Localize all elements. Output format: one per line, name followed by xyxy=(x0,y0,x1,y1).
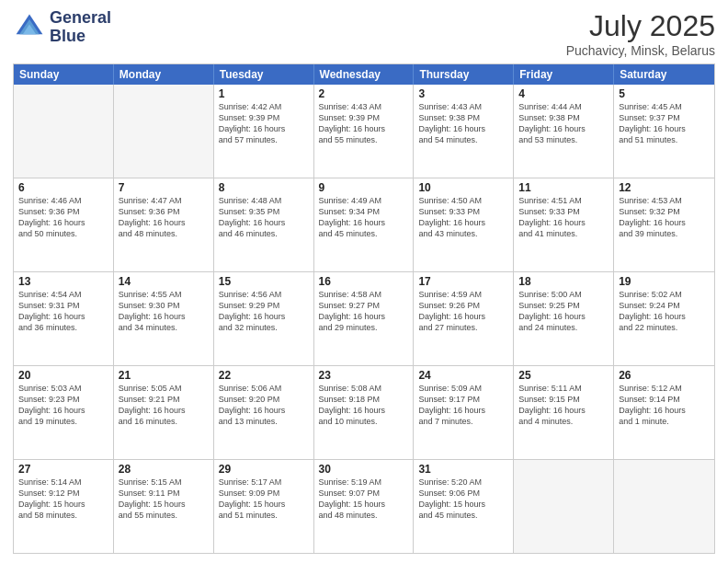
day-number: 16 xyxy=(319,275,409,288)
day-cell-11: 11Sunrise: 4:51 AM Sunset: 9:33 PM Dayli… xyxy=(514,178,614,271)
day-cell-10: 10Sunrise: 4:50 AM Sunset: 9:33 PM Dayli… xyxy=(414,178,514,271)
day-info: Sunrise: 4:43 AM Sunset: 9:39 PM Dayligh… xyxy=(319,101,409,146)
day-cell-5: 5Sunrise: 4:45 AM Sunset: 9:37 PM Daylig… xyxy=(614,85,714,178)
location: Puchavicy, Minsk, Belarus xyxy=(566,43,715,58)
day-info: Sunrise: 5:19 AM Sunset: 9:07 PM Dayligh… xyxy=(319,477,409,522)
day-number: 28 xyxy=(119,463,209,476)
day-number: 22 xyxy=(219,369,309,382)
day-number: 3 xyxy=(418,87,508,100)
day-info: Sunrise: 5:08 AM Sunset: 9:18 PM Dayligh… xyxy=(319,383,409,428)
day-cell-30: 30Sunrise: 5:19 AM Sunset: 9:07 PM Dayli… xyxy=(314,460,415,553)
day-cell-15: 15Sunrise: 4:56 AM Sunset: 9:29 PM Dayli… xyxy=(214,272,314,365)
day-cell-27: 27Sunrise: 5:14 AM Sunset: 9:12 PM Dayli… xyxy=(14,460,114,553)
day-number: 7 xyxy=(119,181,209,194)
day-info: Sunrise: 5:05 AM Sunset: 9:21 PM Dayligh… xyxy=(119,383,209,428)
calendar-row-2: 6Sunrise: 4:46 AM Sunset: 9:36 PM Daylig… xyxy=(14,178,714,271)
day-info: Sunrise: 5:12 AM Sunset: 9:14 PM Dayligh… xyxy=(619,383,710,428)
day-number: 24 xyxy=(418,369,508,382)
day-info: Sunrise: 4:56 AM Sunset: 9:29 PM Dayligh… xyxy=(219,289,309,334)
day-cell-24: 24Sunrise: 5:09 AM Sunset: 9:17 PM Dayli… xyxy=(414,366,514,459)
calendar-row-1: 1Sunrise: 4:42 AM Sunset: 9:39 PM Daylig… xyxy=(14,85,714,178)
day-cell-26: 26Sunrise: 5:12 AM Sunset: 9:14 PM Dayli… xyxy=(614,366,714,459)
logo-line1: General xyxy=(50,9,111,28)
header-day-thursday: Thursday xyxy=(414,64,514,85)
title-block: July 2025 Puchavicy, Minsk, Belarus xyxy=(566,9,715,58)
day-info: Sunrise: 4:54 AM Sunset: 9:31 PM Dayligh… xyxy=(18,289,108,334)
day-cell-23: 23Sunrise: 5:08 AM Sunset: 9:18 PM Dayli… xyxy=(314,366,415,459)
day-cell-1: 1Sunrise: 4:42 AM Sunset: 9:39 PM Daylig… xyxy=(214,85,314,178)
day-cell-13: 13Sunrise: 4:54 AM Sunset: 9:31 PM Dayli… xyxy=(14,272,114,365)
header-day-saturday: Saturday xyxy=(614,64,714,85)
day-info: Sunrise: 4:43 AM Sunset: 9:38 PM Dayligh… xyxy=(418,101,508,146)
calendar: SundayMondayTuesdayWednesdayThursdayFrid… xyxy=(13,63,715,554)
day-number: 29 xyxy=(219,463,309,476)
day-number: 12 xyxy=(619,181,710,194)
day-info: Sunrise: 5:02 AM Sunset: 9:24 PM Dayligh… xyxy=(619,289,710,334)
day-cell-19: 19Sunrise: 5:02 AM Sunset: 9:24 PM Dayli… xyxy=(614,272,714,365)
day-number: 26 xyxy=(619,369,710,382)
day-number: 25 xyxy=(518,369,609,382)
day-info: Sunrise: 4:53 AM Sunset: 9:32 PM Dayligh… xyxy=(619,195,710,240)
day-info: Sunrise: 4:48 AM Sunset: 9:35 PM Dayligh… xyxy=(219,195,309,240)
calendar-row-5: 27Sunrise: 5:14 AM Sunset: 9:12 PM Dayli… xyxy=(14,459,714,553)
day-info: Sunrise: 4:46 AM Sunset: 9:36 PM Dayligh… xyxy=(18,195,108,240)
logo: General Blue xyxy=(13,9,111,46)
day-number: 21 xyxy=(119,369,209,382)
header-day-tuesday: Tuesday xyxy=(214,64,314,85)
day-cell-31: 31Sunrise: 5:20 AM Sunset: 9:06 PM Dayli… xyxy=(414,460,514,553)
day-info: Sunrise: 4:59 AM Sunset: 9:26 PM Dayligh… xyxy=(418,289,508,334)
day-cell-20: 20Sunrise: 5:03 AM Sunset: 9:23 PM Dayli… xyxy=(14,366,114,459)
day-number: 10 xyxy=(418,181,508,194)
day-info: Sunrise: 5:06 AM Sunset: 9:20 PM Dayligh… xyxy=(219,383,309,428)
day-cell-14: 14Sunrise: 4:55 AM Sunset: 9:30 PM Dayli… xyxy=(114,272,214,365)
day-info: Sunrise: 5:09 AM Sunset: 9:17 PM Dayligh… xyxy=(418,383,508,428)
day-info: Sunrise: 4:55 AM Sunset: 9:30 PM Dayligh… xyxy=(119,289,209,334)
empty-cell xyxy=(514,460,614,553)
header: General Blue July 2025 Puchavicy, Minsk,… xyxy=(13,9,715,58)
day-number: 17 xyxy=(418,275,508,288)
header-day-wednesday: Wednesday xyxy=(314,64,415,85)
day-info: Sunrise: 4:44 AM Sunset: 9:38 PM Dayligh… xyxy=(518,101,609,146)
day-number: 4 xyxy=(518,87,609,100)
day-info: Sunrise: 4:45 AM Sunset: 9:37 PM Dayligh… xyxy=(619,101,710,146)
day-number: 31 xyxy=(418,463,508,476)
calendar-body: 1Sunrise: 4:42 AM Sunset: 9:39 PM Daylig… xyxy=(14,85,714,553)
empty-cell xyxy=(614,460,714,553)
day-cell-2: 2Sunrise: 4:43 AM Sunset: 9:39 PM Daylig… xyxy=(314,85,415,178)
day-info: Sunrise: 5:14 AM Sunset: 9:12 PM Dayligh… xyxy=(18,477,108,522)
day-number: 23 xyxy=(319,369,409,382)
day-number: 18 xyxy=(518,275,609,288)
logo-line2: Blue xyxy=(50,28,111,46)
day-number: 2 xyxy=(319,87,409,100)
calendar-header: SundayMondayTuesdayWednesdayThursdayFrid… xyxy=(14,64,714,85)
day-cell-21: 21Sunrise: 5:05 AM Sunset: 9:21 PM Dayli… xyxy=(114,366,214,459)
day-number: 30 xyxy=(319,463,409,476)
day-number: 15 xyxy=(219,275,309,288)
day-info: Sunrise: 4:42 AM Sunset: 9:39 PM Dayligh… xyxy=(219,101,309,146)
day-info: Sunrise: 4:49 AM Sunset: 9:34 PM Dayligh… xyxy=(319,195,409,240)
day-info: Sunrise: 5:11 AM Sunset: 9:15 PM Dayligh… xyxy=(518,383,609,428)
day-number: 14 xyxy=(119,275,209,288)
day-cell-18: 18Sunrise: 5:00 AM Sunset: 9:25 PM Dayli… xyxy=(514,272,614,365)
logo-text: General Blue xyxy=(50,9,111,46)
day-number: 19 xyxy=(619,275,710,288)
empty-cell xyxy=(14,85,114,178)
day-info: Sunrise: 4:51 AM Sunset: 9:33 PM Dayligh… xyxy=(518,195,609,240)
day-cell-29: 29Sunrise: 5:17 AM Sunset: 9:09 PM Dayli… xyxy=(214,460,314,553)
day-cell-4: 4Sunrise: 4:44 AM Sunset: 9:38 PM Daylig… xyxy=(514,85,614,178)
day-cell-22: 22Sunrise: 5:06 AM Sunset: 9:20 PM Dayli… xyxy=(214,366,314,459)
day-cell-6: 6Sunrise: 4:46 AM Sunset: 9:36 PM Daylig… xyxy=(14,178,114,271)
day-number: 5 xyxy=(619,87,710,100)
day-number: 11 xyxy=(518,181,609,194)
day-cell-25: 25Sunrise: 5:11 AM Sunset: 9:15 PM Dayli… xyxy=(514,366,614,459)
calendar-row-4: 20Sunrise: 5:03 AM Sunset: 9:23 PM Dayli… xyxy=(14,365,714,459)
day-cell-8: 8Sunrise: 4:48 AM Sunset: 9:35 PM Daylig… xyxy=(214,178,314,271)
day-number: 9 xyxy=(319,181,409,194)
day-cell-17: 17Sunrise: 4:59 AM Sunset: 9:26 PM Dayli… xyxy=(414,272,514,365)
day-cell-28: 28Sunrise: 5:15 AM Sunset: 9:11 PM Dayli… xyxy=(114,460,214,553)
day-number: 8 xyxy=(219,181,309,194)
page: General Blue July 2025 Puchavicy, Minsk,… xyxy=(0,0,728,563)
header-day-sunday: Sunday xyxy=(14,64,114,85)
day-cell-3: 3Sunrise: 4:43 AM Sunset: 9:38 PM Daylig… xyxy=(414,85,514,178)
day-info: Sunrise: 5:15 AM Sunset: 9:11 PM Dayligh… xyxy=(119,477,209,522)
